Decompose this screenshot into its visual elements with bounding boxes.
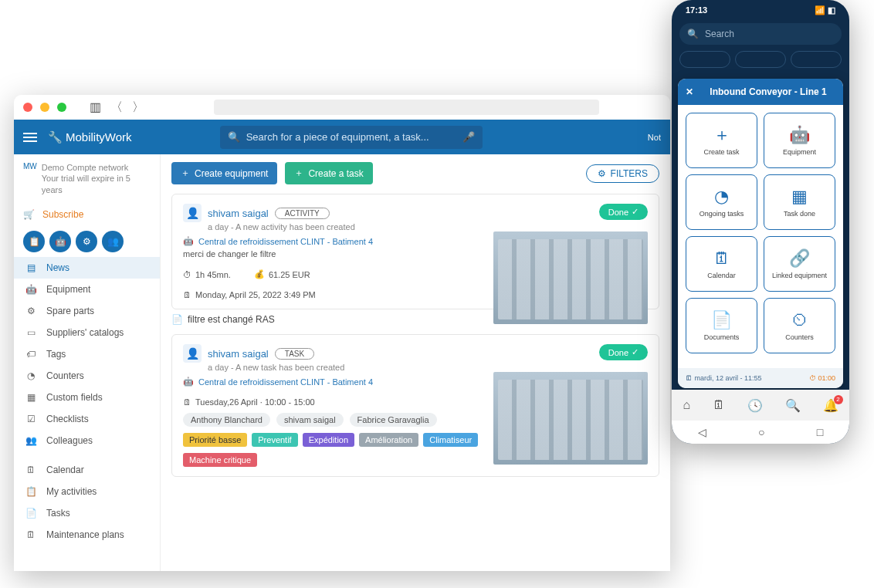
address-bar[interactable] <box>214 100 599 115</box>
notification-label[interactable]: Not <box>648 133 661 142</box>
nav-label: Tasks <box>46 508 70 519</box>
sidebar-item-custom[interactable]: ▦Custom fields <box>14 387 160 408</box>
person-pill[interactable]: Fabrice Garavaglia <box>350 413 437 427</box>
tag[interactable]: Preventif <box>252 433 297 447</box>
phone-search[interactable]: 🔍 Search <box>679 23 842 45</box>
brand-logo[interactable]: 🔧 MobilityWork <box>48 130 132 144</box>
back-icon[interactable]: 〈 <box>110 100 123 116</box>
robot-icon: 🤖 <box>789 125 810 145</box>
tile-label: Counters <box>785 333 814 341</box>
chip-robot[interactable]: 🤖 <box>49 231 71 252</box>
card-header: 👤 shivam saigal TASK <box>183 344 648 363</box>
plus-icon: ＋ <box>713 125 730 145</box>
tag[interactable]: Climatiseur <box>423 433 478 447</box>
tag[interactable]: Priorité basse <box>183 433 247 447</box>
sidebar-item-plans[interactable]: 🗓Maintenance plans <box>14 524 160 546</box>
nav-calendar-icon[interactable]: 🗓 <box>713 398 725 412</box>
nav-bell-icon[interactable]: 🔔 <box>823 398 838 413</box>
sidebar-item-news[interactable]: ▤News <box>14 257 160 279</box>
search-input[interactable]: 🔍 Search for a piece of equipment, a tas… <box>220 126 483 149</box>
status-text: Done <box>608 208 628 217</box>
progress-icon: ◔ <box>714 187 729 207</box>
create-equipment-button[interactable]: ＋Create equipment <box>171 162 277 184</box>
check-icon: ✓ <box>632 207 639 217</box>
cost-value: 61.25 EUR <box>269 270 310 279</box>
person-pill[interactable]: Anthony Blanchard <box>183 413 270 427</box>
nav-label: Custom fields <box>46 392 103 403</box>
mic-icon[interactable]: 🎤 <box>462 131 475 143</box>
chip-people[interactable]: 👥 <box>102 231 124 252</box>
mac-minimize-button[interactable] <box>40 103 49 112</box>
sys-recent-icon[interactable]: □ <box>817 426 823 438</box>
tile-linked[interactable]: 🔗Linked equipment <box>764 236 835 292</box>
phone-tab[interactable] <box>791 51 842 68</box>
status-text: Done <box>608 348 628 357</box>
user-link[interactable]: shivam saigal <box>208 348 269 360</box>
calendar-icon: 🗓 <box>183 290 191 299</box>
nav-label: Colleagues <box>46 435 93 446</box>
sidebar-item-equipment[interactable]: 🤖Equipment <box>14 279 160 300</box>
tile-ongoing[interactable]: ◔Ongoing tasks <box>686 174 757 230</box>
tile-equipment[interactable]: 🤖Equipment <box>764 113 835 168</box>
phone-tab[interactable] <box>735 51 786 68</box>
tile-done[interactable]: ▦Task done <box>764 174 835 230</box>
tile-label: Linked equipment <box>772 272 827 279</box>
person-pill[interactable]: shivam saigal <box>276 413 344 427</box>
book-icon: ▭ <box>25 327 37 338</box>
nav-home-icon[interactable]: ⌂ <box>683 398 690 412</box>
mac-close-button[interactable] <box>23 103 32 112</box>
tile-documents[interactable]: 📄Documents <box>686 298 757 353</box>
button-label: FILTERS <box>611 168 648 179</box>
brand-text: MobilityWork <box>66 130 132 144</box>
tile-create-task[interactable]: ＋Create task <box>686 113 757 168</box>
sidebar-item-checklists[interactable]: ☑Checklists <box>14 408 160 430</box>
gear-icon: ⚙ <box>25 306 37 316</box>
avatar-icon: 👤 <box>183 344 202 363</box>
nav-label: Spare parts <box>46 306 94 316</box>
foot-date: 🗓 mardi, 12 avril - 11:55 <box>686 374 762 382</box>
sys-back-icon[interactable]: ◁ <box>698 426 706 438</box>
tile-label: Documents <box>704 333 740 341</box>
phone-tab[interactable] <box>679 51 730 68</box>
tile-calendar[interactable]: 🗓Calendar <box>686 236 757 292</box>
chip-gear[interactable]: ⚙ <box>76 231 97 252</box>
nav-clock-icon[interactable]: 🕓 <box>747 398 763 413</box>
tag[interactable]: Expédition <box>303 433 354 447</box>
sidebar-item-colleagues[interactable]: 👥Colleagues <box>14 430 160 451</box>
sidebar-item-counters[interactable]: ◔Counters <box>14 365 160 387</box>
sidebar-item-activities[interactable]: 📋My activities <box>14 481 160 502</box>
filters-button[interactable]: ⚙FILTERS <box>586 164 659 183</box>
equipment-thumbnail[interactable] <box>493 231 648 324</box>
create-task-button[interactable]: ＋Create a task <box>285 162 372 184</box>
menu-icon[interactable] <box>23 133 37 142</box>
mac-zoom-button[interactable] <box>57 103 66 112</box>
search-placeholder: Search <box>705 29 734 39</box>
tile-counters[interactable]: ⏲Counters <box>764 298 835 353</box>
tag[interactable]: Amélioration <box>359 433 418 447</box>
phone-bottom-nav: ⌂ 🗓 🕓 🔍 🔔 <box>672 390 849 421</box>
forward-icon[interactable]: 〉 <box>132 100 144 116</box>
status-icons: 📶 ◧ <box>815 5 835 15</box>
close-icon[interactable]: ✕ <box>686 86 693 97</box>
phone-statusbar: 17:13 📶 ◧ <box>672 0 849 20</box>
user-link[interactable]: shivam saigal <box>208 208 269 219</box>
nav-search-icon[interactable]: 🔍 <box>785 398 801 413</box>
sidebar-item-spare[interactable]: ⚙Spare parts <box>14 300 160 322</box>
sidebar-item-calendar[interactable]: 🗓Calendar <box>14 459 160 481</box>
sidebar-item-tags[interactable]: 🏷Tags <box>14 343 160 365</box>
foot-time-text: 01:00 <box>818 374 835 382</box>
equipment-thumbnail[interactable] <box>493 372 648 465</box>
sidebar-item-tasks[interactable]: 📄Tasks <box>14 502 160 524</box>
tile-label: Ongoing tasks <box>700 210 744 218</box>
nav-label: Tags <box>46 349 66 360</box>
sidebar-item-suppliers[interactable]: ▭Suppliers' catalogs <box>14 322 160 343</box>
chip-clipboard[interactable]: 📋 <box>23 231 45 252</box>
tag[interactable]: Machine critique <box>183 453 257 467</box>
sheet-title: Inbound Conveyor - Line 1 <box>701 86 835 97</box>
subscribe-link[interactable]: 🛒 Subscribe <box>14 203 160 226</box>
sys-home-icon[interactable]: ○ <box>758 426 764 438</box>
trial-note: Your trial will expire in 5 years <box>42 173 151 195</box>
sidebar-toggle-icon[interactable]: ▥ <box>90 100 101 116</box>
desktop-window: ▥ 〈 〉 🔧 MobilityWork 🔍 Search for a piec… <box>14 95 670 571</box>
wrench-icon: 🔧 <box>48 130 63 144</box>
